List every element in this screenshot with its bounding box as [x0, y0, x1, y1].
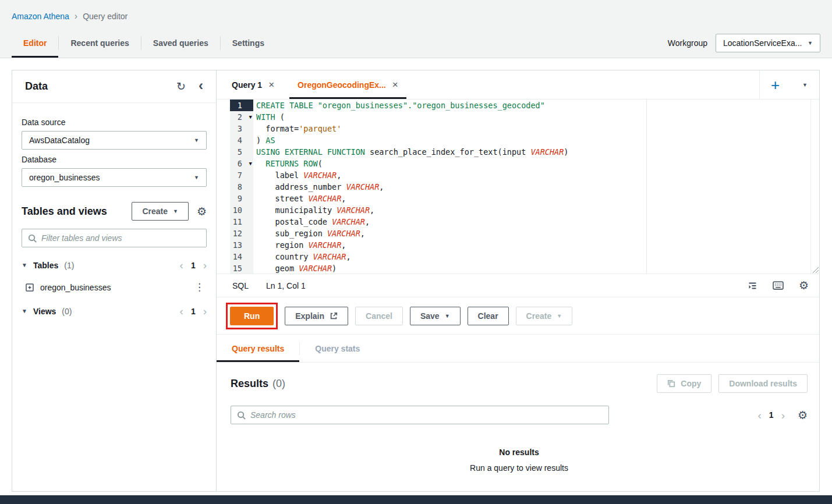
download-results-button: Download results — [718, 374, 808, 393]
expand-table-icon[interactable] — [25, 283, 34, 292]
editor-scrollbar[interactable] — [810, 100, 819, 274]
tab-settings[interactable]: Settings — [221, 29, 276, 58]
filter-tables-box — [22, 229, 207, 247]
code-token-plain: municipality — [256, 205, 337, 215]
code-token-plain: , — [346, 252, 350, 261]
refresh-icon[interactable]: ↻ — [176, 81, 186, 92]
line-number: 14 — [230, 251, 253, 262]
code-line[interactable]: address_number VARCHAR, — [256, 181, 810, 193]
search-rows-box — [231, 406, 609, 424]
code-line[interactable]: sub_region VARCHAR, — [256, 228, 810, 239]
code-line[interactable]: WITH ( — [256, 111, 810, 123]
cancel-button: Cancel — [355, 307, 403, 325]
results-actions: Copy Download results — [657, 374, 808, 393]
fold-arrow-icon[interactable]: ▼ — [249, 111, 252, 123]
line-number: 8 — [230, 181, 253, 193]
code-lines[interactable]: CREATE TABLE "oregon_businesses"."oregon… — [253, 100, 810, 274]
save-button[interactable]: Save ▼ — [410, 307, 461, 325]
page-previous-icon[interactable]: ‹ — [758, 410, 762, 421]
table-name: oregon_businesses — [40, 283, 111, 292]
tables-section-row: ▼ Tables (1) ‹ 1 › — [22, 260, 207, 271]
table-row[interactable]: oregon_businesses ⋮ — [25, 281, 207, 293]
table-actions-menu-icon[interactable]: ⋮ — [192, 281, 207, 293]
add-tab-icon[interactable]: + — [760, 77, 791, 93]
tab-overflow-chevron-icon[interactable]: ▼ — [791, 82, 819, 88]
tables-pager: ‹ 1 › — [180, 260, 207, 271]
gear-icon[interactable]: ⚙ — [798, 410, 808, 421]
editor-statusbar: SQL Ln 1, Col 1 ⚙ — [217, 274, 819, 297]
tab-label: Query 1 — [232, 80, 262, 90]
clear-button[interactable]: Clear — [468, 307, 509, 325]
tab-saved-queries[interactable]: Saved queries — [141, 29, 220, 58]
line-number: 2▼ — [230, 111, 253, 123]
fold-arrow-icon[interactable]: ▼ — [249, 158, 252, 169]
page-number: 1 — [769, 410, 774, 420]
results-tabbar: Query results Query stats — [217, 335, 819, 363]
code-line[interactable]: RETURNS ROW( — [256, 158, 810, 169]
line-number: 7 — [230, 169, 253, 181]
code-gutter: 12▼3456▼789101112131415 — [230, 100, 253, 274]
tables-and-views-header: Tables and views Create ▼ ⚙ — [22, 202, 207, 221]
breadcrumb-athena-link[interactable]: Amazon Athena — [12, 12, 69, 21]
tab-query-1[interactable]: Query 1 × — [224, 70, 282, 99]
resize-handle-icon[interactable] — [812, 266, 819, 273]
line-number: 3 — [230, 123, 253, 134]
filter-tables-input[interactable] — [41, 233, 200, 243]
keyboard-shortcuts-icon[interactable] — [773, 281, 784, 290]
chevron-down-icon[interactable]: ▼ — [22, 308, 27, 314]
code-token-plain: , — [341, 240, 346, 250]
search-rows-input[interactable] — [250, 410, 603, 420]
code-token-sq: 'parquet' — [299, 124, 341, 133]
code-token-type: VARCHAR — [308, 194, 341, 203]
empty-results-state: No results Run a query to view results — [231, 448, 808, 473]
code-line[interactable]: municipality VARCHAR, — [256, 204, 810, 216]
tab-editor[interactable]: Editor — [12, 29, 58, 58]
gear-icon[interactable]: ⚙ — [799, 280, 809, 291]
copy-button-label: Copy — [681, 379, 701, 388]
tab-query-stats[interactable]: Query stats — [300, 335, 375, 362]
code-line[interactable]: ) AS — [256, 134, 810, 146]
chevron-down-icon[interactable]: ▼ — [22, 262, 27, 268]
line-number: 4 — [230, 134, 253, 146]
code-token-plain: sub_region — [256, 229, 327, 238]
page-previous-icon[interactable]: ‹ — [180, 260, 183, 271]
tab-recent-queries[interactable]: Recent queries — [59, 29, 140, 58]
views-section-row: ▼ Views (0) ‹ 1 › — [22, 306, 207, 317]
page-previous-icon[interactable]: ‹ — [180, 306, 183, 317]
primary-tabbar: Editor Recent queries Saved queries Sett… — [0, 29, 832, 58]
tab-oregon-geocoding[interactable]: OregonGeocodingEx... × — [289, 70, 406, 99]
code-line[interactable]: format='parquet' — [256, 123, 810, 134]
page-next-icon[interactable]: › — [781, 410, 785, 421]
run-button[interactable]: Run — [230, 307, 274, 325]
code-line[interactable]: USING EXTERNAL FUNCTION search_place_ind… — [256, 146, 810, 158]
create-button-label: Create — [142, 207, 168, 216]
tab-query-results[interactable]: Query results — [217, 335, 299, 362]
workgroup-select[interactable]: LocationServiceExa... ▼ — [716, 34, 820, 52]
data-source-select[interactable]: AwsDataCatalog ▼ — [22, 131, 207, 150]
code-token-plain: label — [256, 171, 303, 180]
results-title: Results — [231, 378, 268, 390]
page-next-icon[interactable]: › — [203, 306, 207, 317]
close-icon[interactable]: × — [268, 79, 274, 91]
code-line[interactable]: CREATE TABLE "oregon_businesses"."oregon… — [256, 100, 810, 111]
create-button[interactable]: Create ▼ — [132, 202, 189, 221]
sql-code-editor[interactable]: 12▼3456▼789101112131415 CREATE TABLE "or… — [217, 100, 819, 274]
page-next-icon[interactable]: › — [203, 260, 207, 271]
code-token-plain: postal_code — [256, 217, 332, 226]
code-line[interactable]: street VARCHAR, — [256, 193, 810, 204]
code-line[interactable]: country VARCHAR, — [256, 251, 810, 262]
gear-icon[interactable]: ⚙ — [197, 206, 207, 217]
collapse-panel-icon[interactable]: ‹ — [199, 79, 203, 93]
code-line[interactable]: postal_code VARCHAR, — [256, 216, 810, 228]
close-icon[interactable]: × — [392, 79, 398, 91]
database-select[interactable]: oregon_businesses ▼ — [22, 168, 207, 187]
code-token-kw: WITH — [256, 112, 280, 122]
explain-button[interactable]: Explain — [285, 307, 348, 325]
format-query-icon[interactable] — [748, 281, 757, 290]
code-line[interactable]: geom VARCHAR) — [256, 262, 810, 274]
content-area: Data ↻ ‹ Data source AwsDataCatalog ▼ Da… — [0, 58, 832, 495]
code-token-plain: , — [365, 217, 370, 226]
code-token-plain: street — [256, 194, 308, 203]
code-line[interactable]: label VARCHAR, — [256, 169, 810, 181]
code-line[interactable]: region VARCHAR, — [256, 239, 810, 251]
